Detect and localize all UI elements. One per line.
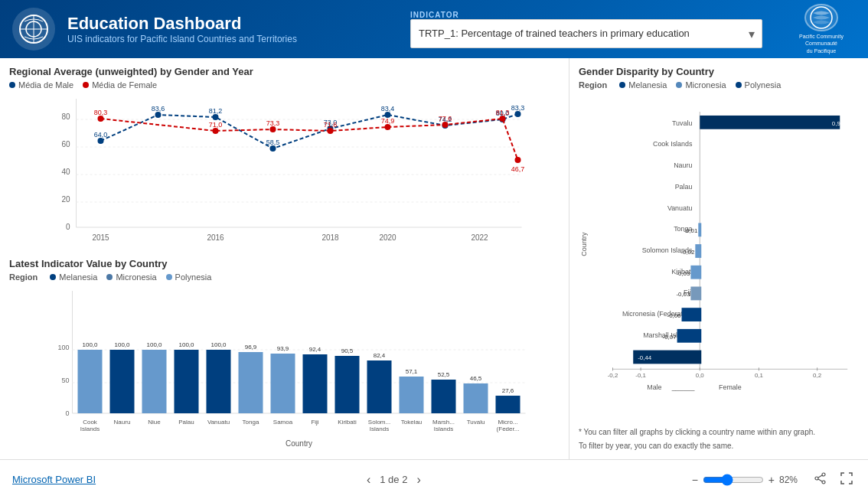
svg-text:Country: Country [286,439,312,448]
bar-fiji[interactable] [303,354,328,413]
svg-text:0: 0 [66,223,70,231]
bar-micro[interactable] [496,396,520,413]
zoom-slider[interactable] [703,474,764,486]
svg-point-23 [213,114,219,120]
bar-niue[interactable] [142,350,167,413]
svg-text:100: 100 [57,344,69,351]
bar-gender-solomon[interactable] [695,244,701,258]
left-panel: Regional Average (unweighted) by Gender … [0,58,569,459]
legend-polynesia-label: Polynesia [175,272,212,282]
app-title: Education Dashboard [67,14,398,34]
nav-next-button[interactable]: › [412,471,425,488]
legend-polynesia: Polynesia [166,272,212,282]
svg-text:2016: 2016 [207,233,224,242]
svg-text:46,7: 46,7 [511,165,525,173]
svg-text:Female: Female [719,383,742,391]
nav-prev-button[interactable]: ‹ [362,471,375,488]
bar-tuvalu[interactable] [464,383,488,413]
legend-male-dot [9,82,15,88]
svg-point-29 [515,111,521,117]
svg-point-21 [98,138,104,144]
bar-kiribati[interactable] [335,356,360,413]
bar-solomon[interactable] [367,360,392,413]
bar-gender-micronesia[interactable] [682,308,702,321]
svg-text:Palau: Palau [178,419,194,426]
bar-gender-tonga[interactable] [698,223,701,236]
bar-gender-kiribati[interactable] [690,266,701,279]
svg-point-45 [500,116,506,122]
svg-text:______: ______ [671,383,696,391]
zoom-minus-icon[interactable]: − [692,474,698,486]
bar-gender-fiji[interactable] [690,287,701,301]
svg-text:(Feder...: (Feder... [497,426,520,432]
indicator-select-wrapper[interactable]: TRTP_1: Percentage of trained teachers i… [410,19,762,48]
gender-chart-note2: To filter by year, you can do exactly th… [579,441,859,452]
svg-point-24 [270,145,276,152]
svg-text:Islands: Islands [80,426,100,432]
bar-chart-section: Latest Indicator Value by Country Region… [9,258,560,455]
bar-samoa[interactable] [271,354,295,413]
svg-point-42 [328,128,334,134]
svg-text:Palau: Palau [675,183,693,191]
svg-text:83,6: 83,6 [152,105,165,113]
legend-g-micronesia-dot [676,82,682,88]
legend-male: Média de Male [9,80,73,90]
svg-point-134 [815,477,818,480]
zoom-plus-icon[interactable]: + [768,474,775,486]
svg-text:2022: 2022 [471,233,488,242]
page-info: 1 de 2 [380,474,407,485]
legend-female-dot [83,82,89,88]
gender-chart-note1: * You can filter all graphs by clicking … [579,427,859,438]
svg-text:-0,03: -0,03 [676,270,690,277]
bar-palau[interactable] [175,350,199,413]
indicator-dropdown[interactable]: TRTP_1: Percentage of trained teachers i… [410,19,762,48]
bar-gender-tuvalu[interactable] [700,116,840,129]
bar-gender-marshall[interactable] [677,329,702,343]
svg-text:58,5: 58,5 [266,139,280,146]
header: Education Dashboard UIS indicators for P… [0,0,868,58]
line-chart-canvas: 0 20 40 60 80 2015 2016 2018 20 [9,91,560,252]
legend-melanesia: Melanesia [50,272,97,282]
svg-text:-0,1: -0,1 [635,372,646,379]
bar-tokelau[interactable] [400,377,424,413]
legend-female: Média de Female [83,80,157,90]
svg-point-41 [270,126,276,132]
svg-text:82,4: 82,4 [374,352,386,359]
line-chart-legend: Média de Male Média de Female [9,80,560,90]
bar-cook-islands[interactable] [78,350,103,413]
svg-text:100,0: 100,0 [146,341,162,348]
svg-text:80: 80 [61,113,70,121]
share-button[interactable] [811,469,830,491]
svg-text:81,3: 81,3 [496,109,510,116]
svg-text:90,5: 90,5 [341,347,354,354]
footer-nav: ‹ 1 de 2 › [362,471,426,488]
legend-melanesia-dot [50,274,56,280]
bar-chart-title: Latest Indicator Value by Country [9,258,560,269]
svg-text:52,5: 52,5 [438,371,450,378]
svg-text:Islands: Islands [434,426,453,432]
legend-g-polynesia: Polynesia [736,80,782,90]
svg-text:100,0: 100,0 [210,341,227,348]
pacific-community-logo: Pacific CommunityCommunautédu Pacifique [787,8,856,51]
svg-text:74,9: 74,9 [381,117,395,125]
legend-male-label: Média de Male [18,80,73,90]
legend-micronesia: Micronesia [106,272,156,282]
svg-text:Vanuatu: Vanuatu [207,419,230,426]
legend-female-label: Média de Female [92,80,157,90]
svg-text:Fiji: Fiji [311,419,318,426]
svg-text:50: 50 [61,377,69,384]
svg-text:Cook Islands: Cook Islands [653,141,693,148]
powerbi-link[interactable]: Microsoft Power BI [12,474,96,485]
legend-micronesia-label: Micronesia [116,272,156,282]
svg-text:Country: Country [580,232,588,256]
bar-marshall[interactable] [432,380,456,413]
bar-nauru[interactable] [110,350,135,413]
svg-text:83,3: 83,3 [511,104,525,112]
bar-vanuatu[interactable] [207,350,231,413]
legend-g-polynesia-dot [736,82,742,88]
svg-text:0,2: 0,2 [813,372,821,379]
zoom-control: − + 82% [692,474,804,486]
right-panel: Gender Disparity by Country Region Melan… [569,58,868,459]
bar-tonga[interactable] [239,352,263,413]
fullscreen-button[interactable] [837,469,856,491]
